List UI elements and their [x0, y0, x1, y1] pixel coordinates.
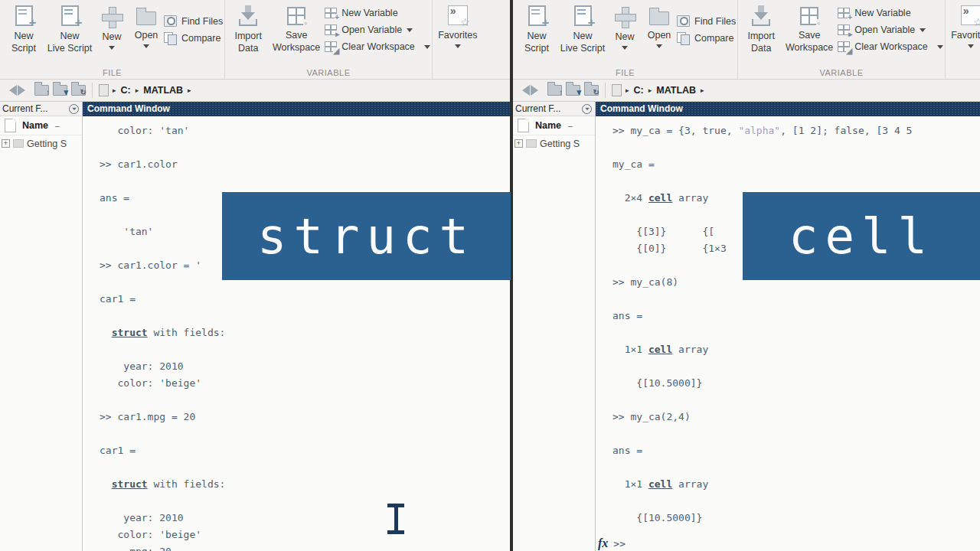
folder-item-getting-started[interactable]: + Getting S [0, 135, 82, 152]
output-hyperlink[interactable]: struct [112, 478, 148, 490]
import-label-1: Import [747, 31, 774, 41]
save-workspace-button[interactable]: ◦ SaveWorkspace [781, 3, 838, 54]
find-files-button[interactable]: Find Files [677, 15, 736, 27]
import-label-1: Import [234, 31, 261, 41]
import-data-button[interactable]: ImportData [228, 3, 268, 55]
clear-workspace-label: Clear Workspace [854, 41, 928, 52]
current-folder-panel-right: Current F... Name – + Getting S [513, 102, 596, 551]
open-variable-button[interactable]: ▸ Open Variable [325, 24, 430, 35]
chevron-down-icon [407, 28, 413, 32]
ribbon-section-variable: ImportData ◦ SaveWorkspace + New Variabl… [738, 0, 946, 79]
open-button[interactable]: Open [642, 3, 677, 48]
output-hyperlink[interactable]: cell [648, 192, 672, 204]
find-files-button[interactable]: Find Files [164, 15, 223, 27]
folder-columns-header[interactable]: Name – [0, 116, 82, 135]
new-script-button[interactable]: NewScript [3, 3, 44, 55]
chevron-down-icon [143, 44, 149, 48]
breadcrumb-folder[interactable]: MATLAB [656, 85, 696, 96]
find-files-icon [677, 15, 690, 27]
folder-search-icon[interactable]: ↻ [584, 85, 599, 96]
panel-menu-icon[interactable] [582, 104, 592, 114]
output-hyperlink[interactable]: cell [648, 344, 672, 355]
breadcrumb-drive[interactable]: C: [634, 85, 644, 96]
variable-section-label: VARIABLE [738, 68, 945, 77]
breadcrumb-arrow-icon: ▸ [626, 86, 629, 94]
new-live-script-label-1: New [60, 31, 79, 41]
find-files-icon [164, 15, 177, 27]
folder-up-icon[interactable]: ↑ [34, 85, 49, 96]
new-live-script-button[interactable]: NewLive Script [44, 3, 95, 55]
breadcrumb-arrow-icon: ▸ [113, 86, 116, 94]
forward-arrow-icon[interactable] [531, 85, 544, 96]
address-file-icon [99, 84, 109, 96]
save-label-1: Save [286, 30, 308, 41]
current-folder-title: Current F... [515, 103, 560, 114]
back-arrow-icon[interactable] [517, 85, 530, 96]
new-button[interactable]: New [608, 3, 642, 50]
text-cursor-icon [387, 504, 404, 534]
new-icon [102, 7, 122, 27]
output-hyperlink[interactable]: struct [112, 327, 148, 338]
folder-icon [13, 139, 24, 148]
clear-workspace-button[interactable]: ◢ Clear Workspace [838, 41, 943, 52]
new-variable-button[interactable]: + New Variable [838, 8, 943, 18]
new-script-button[interactable]: NewScript [516, 3, 557, 55]
favorites-label: Favorites [438, 29, 477, 41]
fx-button[interactable]: fx [598, 536, 608, 550]
ribbon-section-favorites: Favorites [946, 0, 980, 79]
struct-banner-text: struct [257, 208, 475, 265]
command-window-left: Command Window color: 'tan' >> car1.colo… [83, 102, 510, 551]
output-hyperlink[interactable]: cell [648, 478, 672, 490]
name-column-header[interactable]: Name [535, 120, 561, 131]
new-variable-button[interactable]: + New Variable [325, 8, 430, 18]
forward-arrow-icon[interactable] [18, 85, 31, 96]
import-label-2: Data [751, 43, 771, 54]
compare-button[interactable]: Compare [164, 32, 223, 44]
open-variable-label: Open Variable [854, 24, 915, 35]
clear-workspace-button[interactable]: ◢ Clear Workspace [325, 41, 430, 52]
favorites-button[interactable]: Favorites [949, 3, 980, 48]
folder-up-icon[interactable]: ↑ [547, 85, 562, 96]
variable-section-label: VARIABLE [225, 68, 432, 77]
panel-menu-icon[interactable] [69, 104, 79, 114]
new-variable-icon: + [325, 8, 337, 18]
name-column-header[interactable]: Name [22, 120, 48, 131]
folder-columns-header[interactable]: Name – [513, 116, 595, 135]
folder-cloud-icon[interactable]: ▾ [566, 85, 580, 96]
breadcrumb-arrow-icon: ▸ [136, 86, 139, 94]
open-variable-button[interactable]: ▸ Open Variable [838, 24, 943, 35]
current-folder-header[interactable]: Current F... [0, 102, 82, 116]
breadcrumb: ▸ C: ▸ MATLAB ▸ [113, 85, 191, 96]
current-folder-header[interactable]: Current F... [513, 102, 595, 116]
favorites-label: Favorites [951, 29, 980, 41]
save-workspace-button[interactable]: ◦ SaveWorkspace [268, 3, 325, 54]
folder-item-getting-started[interactable]: + Getting S [513, 135, 595, 152]
command-window-titlebar[interactable]: Command Window [83, 102, 510, 116]
open-button[interactable]: Open [129, 3, 164, 48]
chevron-down-icon [656, 44, 662, 48]
sort-indicator-icon: – [568, 122, 573, 130]
back-arrow-icon[interactable] [4, 85, 17, 96]
new-button[interactable]: New [95, 3, 129, 50]
import-data-icon [752, 5, 770, 26]
expand-plus-icon[interactable]: + [514, 139, 523, 148]
folder-search-icon[interactable]: ↻ [71, 85, 86, 96]
import-data-button[interactable]: ImportData [741, 3, 781, 55]
struct-banner: struct [222, 192, 511, 280]
command-prompt: >> [613, 538, 626, 549]
new-live-script-button[interactable]: NewLive Script [557, 3, 608, 55]
new-variable-icon: + [838, 8, 850, 18]
compare-button[interactable]: Compare [677, 32, 736, 44]
folder-cloud-icon[interactable]: ▾ [53, 85, 67, 96]
ribbon-right: NewScript NewLive Script New Open [513, 0, 980, 80]
new-script-label-2: Script [524, 43, 549, 54]
breadcrumb-drive[interactable]: C: [121, 85, 131, 96]
breadcrumb-folder[interactable]: MATLAB [143, 85, 183, 96]
command-window-output-left[interactable]: color: 'tan' >> car1.color ans = 'tan' >… [83, 116, 510, 551]
favorites-button[interactable]: Favorites [436, 3, 480, 48]
command-window-output-right[interactable]: >> my_ca = {3, true, "alpha", [1 2]; fal… [596, 116, 980, 551]
folder-item-label: Getting S [540, 139, 580, 149]
command-window-titlebar[interactable]: Command Window [596, 102, 980, 116]
cell-banner-text: cell [789, 208, 934, 265]
expand-plus-icon[interactable]: + [2, 139, 10, 148]
